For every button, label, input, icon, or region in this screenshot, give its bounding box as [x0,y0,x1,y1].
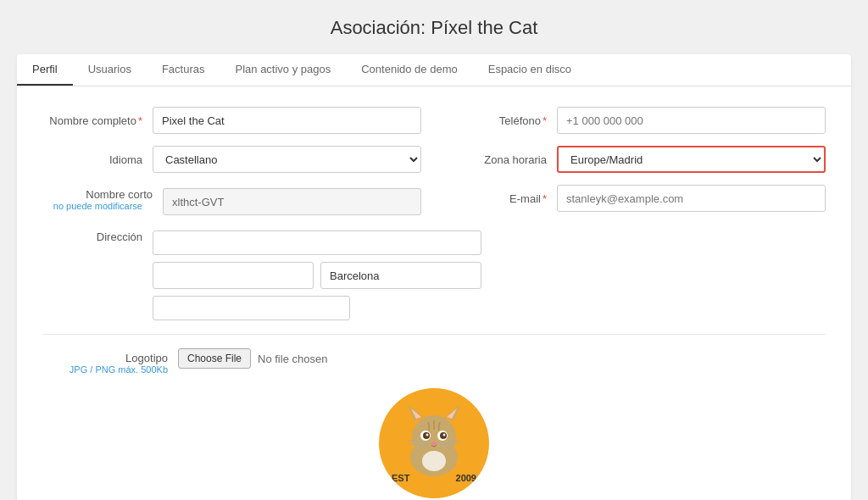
tab-disco[interactable]: Espacio en disco [473,54,587,86]
tab-plan[interactable]: Plan activo y pagos [220,54,347,86]
input-city[interactable] [320,262,481,289]
choose-file-button[interactable]: Choose File [178,348,251,369]
input-address-1[interactable] [153,231,481,255]
label-email: E-mail* [447,192,557,205]
tab-usuarios[interactable]: Usuarios [73,54,147,86]
form-body: Nombre completo* Teléfono* Idioma [17,86,851,500]
group-email: E-mail* [447,185,826,212]
group-zona: Zona horaria Europe/Madrid Europe/London… [447,146,826,173]
est-year-text: EST 2009 [392,473,476,483]
row-idioma-zona: Idioma Castellano English Français Zona … [42,146,826,173]
logo-section: Logotipo JPG / PNG máx. 500Kb Choose Fil… [42,348,826,375]
tabs-bar: Perfil Usuarios Facturas Plan activo y p… [17,54,851,86]
select-zona[interactable]: Europe/Madrid Europe/London America/New_… [557,146,826,173]
input-nombre-corto [163,188,421,215]
group-nombre: Nombre completo* [42,107,447,134]
label-nombre: Nombre completo* [42,114,153,127]
label-direccion: Dirección [42,231,153,243]
logo-right-area: Choose File No file chosen [178,348,826,375]
svg-point-17 [422,451,446,471]
main-card: Perfil Usuarios Facturas Plan activo y p… [17,54,851,500]
input-nombre[interactable] [153,107,421,134]
address-section [153,231,481,320]
page-wrapper: Asociación: Píxel the Cat Perfil Usuario… [0,0,868,500]
divider [42,334,826,335]
address-row-2 [153,262,481,289]
group-direccion: Dirección [42,227,507,320]
label-idioma: Idioma [42,153,153,166]
logo-hint: JPG / PNG máx. 500Kb [70,364,168,375]
file-name-label: No file chosen [258,353,327,365]
tab-perfil[interactable]: Perfil [17,54,73,86]
svg-point-11 [443,434,446,436]
logo-label-area: Logotipo JPG / PNG máx. 500Kb [42,348,178,375]
tab-demo[interactable]: Contenido de demo [346,54,472,86]
label-nombre-corto: Nombre corto [86,188,153,201]
row-direccion: Dirección [42,227,826,320]
logo-preview-area: EST 2009 [42,388,826,498]
nombre-corto-note: no puede modificarse [42,201,153,211]
select-idioma[interactable]: Castellano English Français [153,146,421,173]
logo-circle: EST 2009 [379,388,489,498]
group-idioma: Idioma Castellano English Français [42,146,447,173]
label-telefono: Teléfono* [447,114,557,127]
row-nombre-telefono: Nombre completo* Teléfono* [42,107,826,134]
group-corto: Nombre corto no puede modificarse [42,185,447,215]
input-address-3[interactable] [153,296,350,320]
label-logotipo: Logotipo [125,352,168,364]
group-telefono: Teléfono* [447,107,826,134]
page-title: Asociación: Píxel the Cat [17,17,851,39]
input-telefono[interactable] [557,107,826,134]
svg-point-12 [431,442,437,445]
label-zona: Zona horaria [447,153,557,166]
row-corto-email: Nombre corto no puede modificarse E-mail… [42,185,826,215]
file-upload-row: Choose File No file chosen [178,348,826,369]
tab-facturas[interactable]: Facturas [147,54,220,86]
input-email[interactable] [557,185,826,212]
svg-point-10 [426,434,429,436]
input-address-2[interactable] [153,262,314,289]
